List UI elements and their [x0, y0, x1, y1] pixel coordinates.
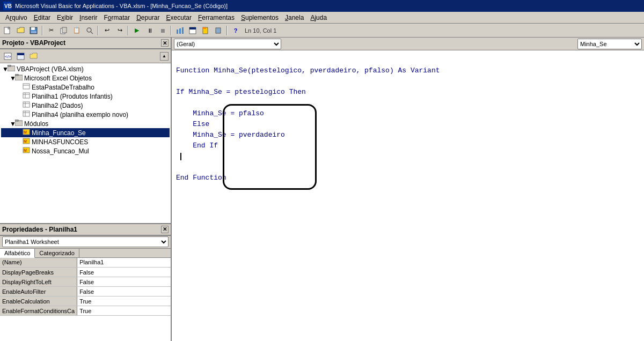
menu-inserir[interactable]: Inserir: [76, 13, 100, 23]
toolbar-userform-btn[interactable]: [187, 25, 199, 36]
props-panel-title: Propriedades - Planilha1: [2, 226, 77, 233]
toolbar-help-btn[interactable]: ?: [230, 25, 241, 36]
code-line: Else: [176, 119, 640, 130]
tree-item-minha-funcao[interactable]: M Minha_Funcao_Se: [1, 128, 170, 137]
svg-rect-12: [179, 28, 181, 34]
nossa-funcao-label: Nossa_Funcao_Mul: [32, 147, 89, 155]
tree-expand-excel-obj[interactable]: ▼: [10, 75, 15, 82]
props-row: DisplayPageBreaksFalse: [0, 268, 171, 277]
project-panel-close[interactable]: ✕: [161, 39, 169, 47]
menu-ajuda[interactable]: Ajuda: [307, 13, 330, 23]
code-header-right: Minha_Se: [577, 39, 642, 49]
tree-item-nossa-funcao[interactable]: M Nossa_Funcao_Mul: [1, 146, 170, 155]
props-row: EnableFormatConditionsCaTrue: [0, 306, 171, 316]
props-tab-categorizado[interactable]: Categorizado: [35, 249, 79, 257]
tree-item-modulos[interactable]: ▼ Módulos: [1, 119, 170, 128]
svg-rect-6: [31, 31, 36, 33]
proj-folder-btn[interactable]: [28, 51, 40, 62]
tree-expand-modulos[interactable]: ▼: [10, 120, 15, 128]
code-line: Function Minha_Se(ptestelogico, pverdade…: [176, 65, 640, 76]
props-selector[interactable]: Planilha1 Worksheet: [0, 236, 171, 249]
toolbar-cut-btn[interactable]: ✂: [45, 25, 57, 36]
menu-depurar[interactable]: Depurar: [133, 13, 163, 23]
toolbar-paste-btn[interactable]: 📋: [71, 25, 83, 36]
svg-text:M: M: [24, 149, 27, 152]
svg-rect-35: [23, 111, 30, 116]
code-line: [176, 151, 640, 162]
text-cursor: [180, 153, 181, 160]
title-bar-text: Microsoft Visual Basic for Applications …: [15, 3, 641, 9]
svg-rect-13: [182, 27, 184, 34]
tree-item-planilha1[interactable]: Planilha1 (Produtos Infantis): [1, 92, 170, 101]
tree-item-pasta[interactable]: EstaPastaDeTrabalho: [1, 83, 170, 92]
toolbar-position: Ln 10, Col 1: [245, 27, 276, 34]
toolbar-pause-btn[interactable]: ⏸: [144, 25, 156, 36]
props-row: DisplayRightToLeftFalse: [0, 277, 171, 287]
svg-text:</>: </>: [5, 54, 11, 59]
toolbar-sep-4: [171, 26, 172, 35]
props-panel-close[interactable]: ✕: [161, 226, 169, 233]
svg-text:VB: VB: [4, 3, 12, 9]
props-panel-header: Propriedades - Planilha1 ✕: [0, 224, 171, 236]
tree-item-minhas-funcoes[interactable]: M MINHASFUNCOES: [1, 137, 170, 146]
vbaproject-label: VBAProject (VBA.xlsm): [17, 65, 84, 73]
toolbar-run-btn[interactable]: ▶: [131, 25, 143, 36]
svg-text:M: M: [24, 130, 27, 134]
menu-ferramentas[interactable]: Ferramentas: [195, 13, 238, 23]
toolbar-new-btn[interactable]: [2, 25, 14, 36]
toolbar: ✂ 📋 ↩ ↪ ▶ ⏸ ⏹ ? Ln 10, Col 1: [0, 24, 644, 38]
tree-item-excel-objects[interactable]: ▼ Microsoft Excel Objetos: [1, 73, 170, 83]
menu-janela[interactable]: Janela: [282, 13, 307, 23]
menu-suplementos[interactable]: Suplementos: [238, 13, 282, 23]
proj-view-code-btn[interactable]: </>: [2, 51, 14, 62]
toolbar-redo-btn[interactable]: ↪: [114, 25, 126, 36]
project-panel-header: Projeto - VBAProject ✕: [0, 38, 171, 49]
menu-bar: Arquivo Editar Exibir Inserir Formatar D…: [0, 12, 644, 24]
proj-view-object-btn[interactable]: [15, 51, 27, 62]
tree-item-planilha2[interactable]: Planilha2 (Dados): [1, 101, 170, 110]
tree-item-vbaproject[interactable]: ▼ VBAProject (VBA.xlsm): [1, 64, 170, 73]
code-line: [176, 55, 640, 65]
minhasfuncoes-label: MINHASFUNCOES: [32, 138, 88, 146]
toolbar-class-btn[interactable]: [213, 25, 224, 36]
menu-arquivo[interactable]: Arquivo: [2, 13, 31, 23]
props-row: EnableCalculationTrue: [0, 296, 171, 306]
code-object-select[interactable]: (Geral): [174, 39, 281, 49]
proj-scroll-up[interactable]: ▲: [160, 52, 169, 61]
code-proc-select[interactable]: Minha_Se: [577, 39, 642, 49]
excel-objects-label: Microsoft Excel Objetos: [24, 75, 92, 82]
code-line: [176, 162, 640, 173]
props-tabs: Alfabético Categorizado: [0, 249, 171, 258]
props-tab-alfabetico[interactable]: Alfabético: [0, 249, 35, 258]
svg-point-9: [87, 28, 91, 32]
toolbar-undo-btn[interactable]: ↩: [101, 25, 113, 36]
code-line: Minha_Se = pfalso: [176, 108, 640, 119]
toolbar-stop-btn[interactable]: ⏹: [157, 25, 169, 36]
code-line: Minha_Se = pverdadeiro: [176, 130, 640, 140]
svg-rect-24: [8, 65, 11, 66]
toolbar-sep-3: [128, 26, 129, 35]
menu-exibir[interactable]: Exibir: [54, 13, 76, 23]
code-line: End Function: [176, 173, 640, 183]
svg-rect-3: [8, 27, 10, 29]
toolbar-find-btn[interactable]: [84, 25, 96, 36]
code-panel: (Geral) Minha_Se Function Minha_Se(ptest…: [172, 38, 644, 341]
planilha1-label: Planilha1 (Produtos Infantis): [32, 93, 113, 100]
toolbar-module-btn[interactable]: [200, 25, 211, 36]
toolbar-save-btn[interactable]: [28, 25, 40, 36]
svg-rect-17: [203, 27, 206, 29]
toolbar-copy-btn[interactable]: [58, 25, 70, 36]
svg-rect-18: [216, 28, 221, 33]
menu-formatar[interactable]: Formatar: [100, 13, 133, 23]
toolbar-chart-btn[interactable]: [174, 25, 186, 36]
code-area[interactable]: Function Minha_Se(ptestelogico, pverdade…: [172, 50, 644, 341]
code-header-left: (Geral): [174, 39, 576, 49]
svg-rect-32: [23, 102, 30, 107]
tree-expand-vbaproject[interactable]: ▼: [2, 65, 8, 73]
menu-editar[interactable]: Editar: [31, 13, 54, 23]
tree-item-planilha4[interactable]: Planilha4 (planilha exemplo novo): [1, 110, 170, 119]
props-object-select[interactable]: Planilha1 Worksheet: [2, 236, 169, 247]
svg-rect-11: [177, 29, 178, 34]
menu-executar[interactable]: Executar: [163, 13, 195, 23]
toolbar-open-btn[interactable]: [15, 25, 27, 36]
